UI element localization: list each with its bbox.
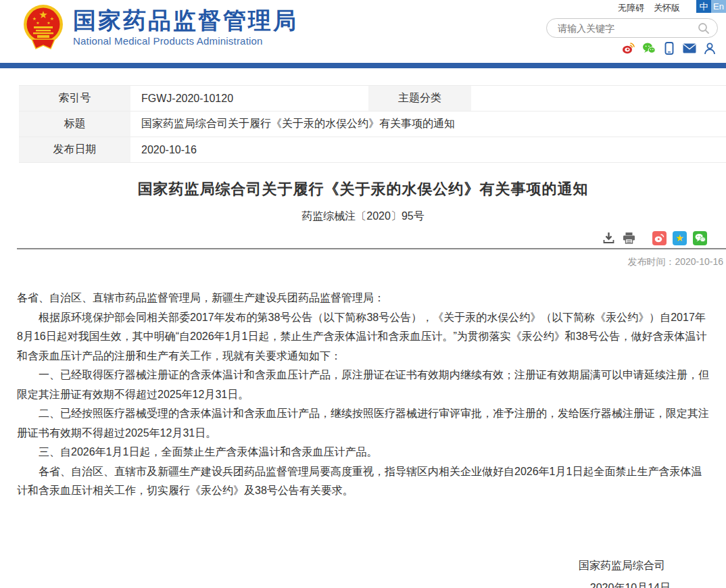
mobile-icon[interactable] <box>662 41 676 55</box>
publish-time-label: 发布时间： <box>627 256 675 267</box>
document-toolbar: ★ <box>0 230 707 245</box>
share-weibo-icon[interactable] <box>652 231 667 245</box>
accessibility-link[interactable]: 无障碍 <box>618 2 644 14</box>
lang-en-button[interactable]: En <box>711 0 726 13</box>
page-title: 国家药监局综合司关于履行《关于汞的水俣公约》有关事项的通知 <box>0 179 726 199</box>
search-input[interactable] <box>558 23 697 34</box>
national-emblem-logo: ★ ★ ★ ★ ★ <box>22 4 64 51</box>
meta-label-title: 标题 <box>19 112 130 137</box>
meta-value-index: FGWJ-2020-10120 <box>130 86 368 112</box>
article-paragraph: 二、已经按照医疗器械受理的含汞体温计和含汞血压计产品，继续按照医疗器械进行审评审… <box>17 404 709 443</box>
svg-text:★: ★ <box>47 21 50 25</box>
svg-text:★: ★ <box>32 16 37 21</box>
meta-label-index: 索引号 <box>19 86 130 112</box>
table-row: 索引号 FGWJ-2020-10120 主题分类 <box>19 86 726 112</box>
search-box <box>546 18 718 38</box>
meta-label-topic: 主题分类 <box>368 86 471 112</box>
weibo-icon[interactable] <box>622 41 635 55</box>
page: ★ ★ ★ ★ ★ 国家药品监督管理局 National Medical Pro… <box>0 0 726 588</box>
article-paragraph: 一、已经取得医疗器械注册证的含汞体温计和含汞血压计产品，原注册证在证书有效期内继… <box>17 366 709 404</box>
share-wechat-icon[interactable] <box>693 231 707 245</box>
user-icon[interactable] <box>703 41 717 55</box>
site-title: 国家药品监督管理局 <box>73 7 298 33</box>
share-qzone-icon[interactable]: ★ <box>673 231 687 245</box>
header-divider-bar <box>0 63 726 68</box>
main-content: 索引号 FGWJ-2020-10120 主题分类 标题 国家药监局综合司关于履行… <box>0 85 726 588</box>
care-version-link[interactable]: 关怀版 <box>654 2 680 14</box>
article-salutation: 各省、自治区、直辖市药品监督管理局，新疆生产建设兵团药品监督管理局： <box>17 289 709 308</box>
header-social-icons <box>622 41 717 55</box>
publish-time: 发布时间：2020-10-16 <box>0 256 723 268</box>
article-paragraph: 三、自2026年1月1日起，全面禁止生产含汞体温计和含汞血压计产品。 <box>17 443 709 462</box>
print-icon[interactable] <box>622 231 636 245</box>
wechat-icon[interactable] <box>642 41 656 55</box>
search-icon[interactable] <box>697 22 710 35</box>
svg-text:★: ★ <box>39 9 47 20</box>
article-body: 各省、自治区、直辖市药品监督管理局，新疆生产建设兵团药品监督管理局： 根据原环境… <box>17 289 709 501</box>
meta-value-title: 国家药监局综合司关于履行《关于汞的水俣公约》有关事项的通知 <box>130 112 726 137</box>
lang-zh-button[interactable]: 中 <box>696 0 711 13</box>
publish-time-value: 2020-10-16 <box>675 256 723 267</box>
svg-text:★: ★ <box>36 21 39 25</box>
document-meta-table: 索引号 FGWJ-2020-10120 主题分类 标题 国家药监局综合司关于履行… <box>19 85 726 163</box>
document-number: 药监综械注〔2020〕95号 <box>0 210 726 224</box>
meta-value-date: 2020-10-16 <box>130 137 726 163</box>
table-row: 发布日期 2020-10-16 <box>19 137 726 163</box>
mail-icon[interactable] <box>683 41 696 55</box>
content-divider <box>17 248 726 249</box>
signature-department: 国家药监局综合司 <box>0 555 726 577</box>
site-subtitle: National Medical Products Administration <box>73 35 298 47</box>
table-row: 标题 国家药监局综合司关于履行《关于汞的水俣公约》有关事项的通知 <box>19 112 726 137</box>
article-paragraph: 各省、自治区、直辖市及新疆生产建设兵团药品监督管理局要高度重视，指导辖区内相关企… <box>17 462 709 501</box>
download-icon[interactable] <box>602 231 616 245</box>
article-paragraph: 根据原环境保护部会同相关部委2017年发布的第38号公告（以下简称38号公告），… <box>17 308 709 366</box>
meta-value-topic <box>471 86 726 112</box>
top-utility-links: 无障碍 关怀版 中 En <box>618 0 726 14</box>
signature-date: 2020年10月14日 <box>0 577 726 588</box>
svg-text:★: ★ <box>50 16 54 21</box>
brand: 国家药品监督管理局 National Medical Products Admi… <box>73 7 298 47</box>
site-header: ★ ★ ★ ★ ★ 国家药品监督管理局 National Medical Pro… <box>0 0 726 63</box>
signature-block: 国家药监局综合司 2020年10月14日 <box>0 555 726 588</box>
meta-label-date: 发布日期 <box>19 137 130 163</box>
